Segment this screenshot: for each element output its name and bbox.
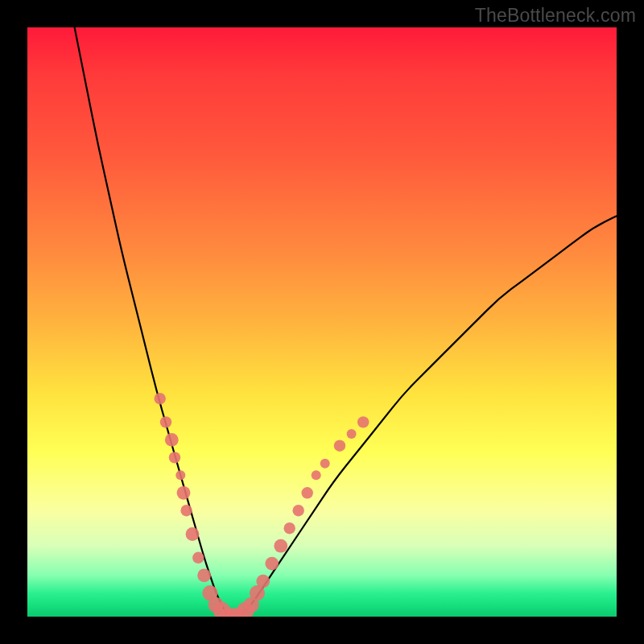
data-marker <box>175 470 185 480</box>
curve-layer <box>27 27 617 617</box>
data-marker <box>302 487 313 498</box>
data-marker <box>347 429 357 439</box>
data-marker <box>160 416 171 427</box>
data-marker <box>169 452 180 463</box>
data-marker <box>334 440 345 452</box>
data-marker <box>192 552 204 564</box>
data-marker <box>265 557 279 571</box>
data-marker <box>284 522 295 534</box>
data-markers <box>155 393 369 617</box>
plot-area <box>27 27 617 617</box>
data-marker <box>165 433 179 447</box>
data-marker <box>177 486 191 500</box>
data-marker <box>256 575 270 588</box>
data-marker <box>357 416 369 427</box>
data-marker <box>293 505 304 516</box>
bottleneck-curve <box>75 27 617 617</box>
chart-frame: TheBottleneck.com <box>0 0 644 644</box>
data-marker <box>320 459 330 469</box>
data-marker <box>274 539 287 553</box>
data-marker <box>312 470 321 480</box>
data-marker <box>155 393 166 404</box>
data-marker <box>180 505 192 516</box>
data-marker <box>197 568 211 582</box>
watermark-text: TheBottleneck.com <box>475 5 636 27</box>
data-marker <box>186 527 200 541</box>
